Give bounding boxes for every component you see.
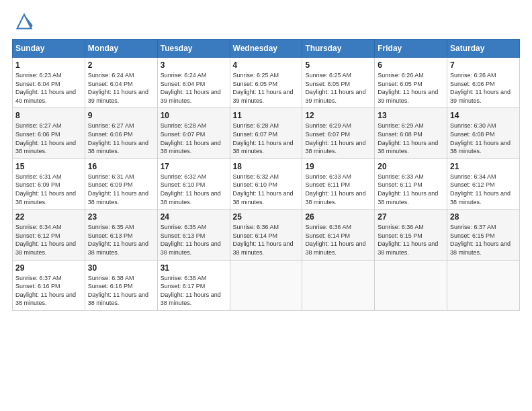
day-number: 14 xyxy=(450,111,517,120)
day-number: 10 xyxy=(161,111,227,120)
day-number: 19 xyxy=(305,162,371,171)
calendar-cell: 15 Sunrise: 6:31 AMSunset: 6:09 PMDaylig… xyxy=(13,158,85,209)
day-info: Sunrise: 6:35 AMSunset: 6:13 PMDaylight:… xyxy=(161,223,227,257)
day-number: 17 xyxy=(161,162,227,171)
day-info: Sunrise: 6:34 AMSunset: 6:12 PMDaylight:… xyxy=(450,173,517,206)
day-info: Sunrise: 6:26 AMSunset: 6:06 PMDaylight:… xyxy=(450,71,517,105)
calendar-cell: 2 Sunrise: 6:24 AMSunset: 6:04 PMDayligh… xyxy=(85,58,157,108)
calendar-cell: 7 Sunrise: 6:26 AMSunset: 6:06 PMDayligh… xyxy=(447,58,520,108)
day-number: 20 xyxy=(378,162,444,171)
header-sunday: Sunday xyxy=(13,40,85,58)
calendar-cell: 20 Sunrise: 6:33 AMSunset: 6:11 PMDaylig… xyxy=(375,158,447,209)
day-info: Sunrise: 6:37 AMSunset: 6:16 PMDaylight:… xyxy=(15,274,82,308)
day-number: 21 xyxy=(450,162,517,171)
calendar-cell: 1 Sunrise: 6:23 AMSunset: 6:04 PMDayligh… xyxy=(13,58,85,108)
calendar-cell: 11 Sunrise: 6:28 AMSunset: 6:07 PMDaylig… xyxy=(230,108,302,158)
calendar-week-3: 15 Sunrise: 6:31 AMSunset: 6:09 PMDaylig… xyxy=(13,158,520,209)
day-info: Sunrise: 6:31 AMSunset: 6:09 PMDaylight:… xyxy=(88,173,154,206)
calendar-cell: 24 Sunrise: 6:35 AMSunset: 6:13 PMDaylig… xyxy=(157,210,230,260)
day-info: Sunrise: 6:31 AMSunset: 6:09 PMDaylight:… xyxy=(15,173,82,206)
day-info: Sunrise: 6:30 AMSunset: 6:08 PMDaylight:… xyxy=(450,122,517,155)
day-info: Sunrise: 6:36 AMSunset: 6:14 PMDaylight:… xyxy=(233,223,300,257)
day-number: 26 xyxy=(305,212,371,222)
header xyxy=(12,12,520,31)
calendar-cell: 19 Sunrise: 6:33 AMSunset: 6:11 PMDaylig… xyxy=(302,158,375,209)
calendar-week-4: 22 Sunrise: 6:34 AMSunset: 6:12 PMDaylig… xyxy=(13,210,520,260)
header-saturday: Saturday xyxy=(447,40,520,58)
day-info: Sunrise: 6:28 AMSunset: 6:07 PMDaylight:… xyxy=(233,122,300,155)
calendar-cell: 31 Sunrise: 6:38 AMSunset: 6:17 PMDaylig… xyxy=(157,260,230,310)
day-info: Sunrise: 6:38 AMSunset: 6:17 PMDaylight:… xyxy=(161,274,227,308)
day-number: 2 xyxy=(88,60,154,70)
calendar-cell: 22 Sunrise: 6:34 AMSunset: 6:12 PMDaylig… xyxy=(13,210,85,260)
day-number: 27 xyxy=(378,212,444,222)
header-wednesday: Wednesday xyxy=(230,40,302,58)
day-number: 24 xyxy=(161,212,227,222)
logo-icon xyxy=(15,12,34,31)
day-number: 31 xyxy=(161,263,227,273)
calendar-cell: 13 Sunrise: 6:29 AMSunset: 6:08 PMDaylig… xyxy=(375,108,447,158)
day-info: Sunrise: 6:26 AMSunset: 6:05 PMDaylight:… xyxy=(378,71,444,105)
day-number: 5 xyxy=(305,60,371,70)
calendar-cell: 8 Sunrise: 6:27 AMSunset: 6:06 PMDayligh… xyxy=(13,108,85,158)
day-number: 28 xyxy=(450,212,517,222)
header-tuesday: Tuesday xyxy=(157,40,230,58)
day-info: Sunrise: 6:38 AMSunset: 6:16 PMDaylight:… xyxy=(88,274,154,308)
calendar-week-1: 1 Sunrise: 6:23 AMSunset: 6:04 PMDayligh… xyxy=(13,58,520,108)
day-number: 15 xyxy=(15,162,82,171)
day-info: Sunrise: 6:32 AMSunset: 6:10 PMDaylight:… xyxy=(233,173,300,206)
day-number: 9 xyxy=(88,111,154,120)
calendar-cell: 10 Sunrise: 6:28 AMSunset: 6:07 PMDaylig… xyxy=(157,108,230,158)
page: SundayMondayTuesdayWednesdayThursdayFrid… xyxy=(0,0,532,411)
day-info: Sunrise: 6:25 AMSunset: 6:05 PMDaylight:… xyxy=(305,71,371,105)
calendar-cell: 21 Sunrise: 6:34 AMSunset: 6:12 PMDaylig… xyxy=(447,158,520,209)
day-number: 1 xyxy=(15,60,82,70)
calendar-cell: 5 Sunrise: 6:25 AMSunset: 6:05 PMDayligh… xyxy=(302,58,375,108)
day-info: Sunrise: 6:27 AMSunset: 6:06 PMDaylight:… xyxy=(88,122,154,155)
calendar-header-row: SundayMondayTuesdayWednesdayThursdayFrid… xyxy=(13,40,520,58)
calendar-week-5: 29 Sunrise: 6:37 AMSunset: 6:16 PMDaylig… xyxy=(13,260,520,310)
calendar-cell: 16 Sunrise: 6:31 AMSunset: 6:09 PMDaylig… xyxy=(85,158,157,209)
day-number: 4 xyxy=(233,60,300,70)
day-number: 6 xyxy=(378,60,444,70)
day-number: 22 xyxy=(15,212,82,222)
calendar-week-2: 8 Sunrise: 6:27 AMSunset: 6:06 PMDayligh… xyxy=(13,108,520,158)
day-info: Sunrise: 6:34 AMSunset: 6:12 PMDaylight:… xyxy=(15,223,82,257)
day-number: 18 xyxy=(233,162,300,171)
calendar-cell: 30 Sunrise: 6:38 AMSunset: 6:16 PMDaylig… xyxy=(85,260,157,310)
header-monday: Monday xyxy=(85,40,157,58)
day-info: Sunrise: 6:29 AMSunset: 6:08 PMDaylight:… xyxy=(378,122,444,155)
day-info: Sunrise: 6:24 AMSunset: 6:04 PMDaylight:… xyxy=(88,71,154,105)
calendar-cell: 25 Sunrise: 6:36 AMSunset: 6:14 PMDaylig… xyxy=(230,210,302,260)
calendar-cell: 9 Sunrise: 6:27 AMSunset: 6:06 PMDayligh… xyxy=(85,108,157,158)
day-number: 7 xyxy=(450,60,517,70)
calendar-cell: 18 Sunrise: 6:32 AMSunset: 6:10 PMDaylig… xyxy=(230,158,302,209)
day-info: Sunrise: 6:32 AMSunset: 6:10 PMDaylight:… xyxy=(161,173,227,206)
day-number: 8 xyxy=(15,111,82,120)
calendar-cell: 4 Sunrise: 6:25 AMSunset: 6:05 PMDayligh… xyxy=(230,58,302,108)
calendar-cell: 12 Sunrise: 6:29 AMSunset: 6:07 PMDaylig… xyxy=(302,108,375,158)
day-info: Sunrise: 6:23 AMSunset: 6:04 PMDaylight:… xyxy=(15,71,82,105)
day-info: Sunrise: 6:24 AMSunset: 6:04 PMDaylight:… xyxy=(161,71,227,105)
day-number: 11 xyxy=(233,111,300,120)
day-info: Sunrise: 6:25 AMSunset: 6:05 PMDaylight:… xyxy=(233,71,300,105)
day-number: 13 xyxy=(378,111,444,120)
day-info: Sunrise: 6:33 AMSunset: 6:11 PMDaylight:… xyxy=(378,173,444,206)
calendar-cell xyxy=(447,260,520,310)
calendar-cell: 28 Sunrise: 6:37 AMSunset: 6:15 PMDaylig… xyxy=(447,210,520,260)
calendar-cell: 29 Sunrise: 6:37 AMSunset: 6:16 PMDaylig… xyxy=(13,260,85,310)
logo xyxy=(12,12,34,31)
calendar: SundayMondayTuesdayWednesdayThursdayFrid… xyxy=(12,39,520,311)
calendar-cell xyxy=(230,260,302,310)
day-info: Sunrise: 6:35 AMSunset: 6:13 PMDaylight:… xyxy=(88,223,154,257)
svg-marker-1 xyxy=(24,15,33,29)
header-friday: Friday xyxy=(375,40,447,58)
header-thursday: Thursday xyxy=(302,40,375,58)
calendar-cell: 27 Sunrise: 6:36 AMSunset: 6:15 PMDaylig… xyxy=(375,210,447,260)
day-number: 30 xyxy=(88,263,154,273)
day-number: 29 xyxy=(15,263,82,273)
calendar-cell: 17 Sunrise: 6:32 AMSunset: 6:10 PMDaylig… xyxy=(157,158,230,209)
calendar-cell: 14 Sunrise: 6:30 AMSunset: 6:08 PMDaylig… xyxy=(447,108,520,158)
day-number: 12 xyxy=(305,111,371,120)
calendar-cell: 26 Sunrise: 6:36 AMSunset: 6:14 PMDaylig… xyxy=(302,210,375,260)
